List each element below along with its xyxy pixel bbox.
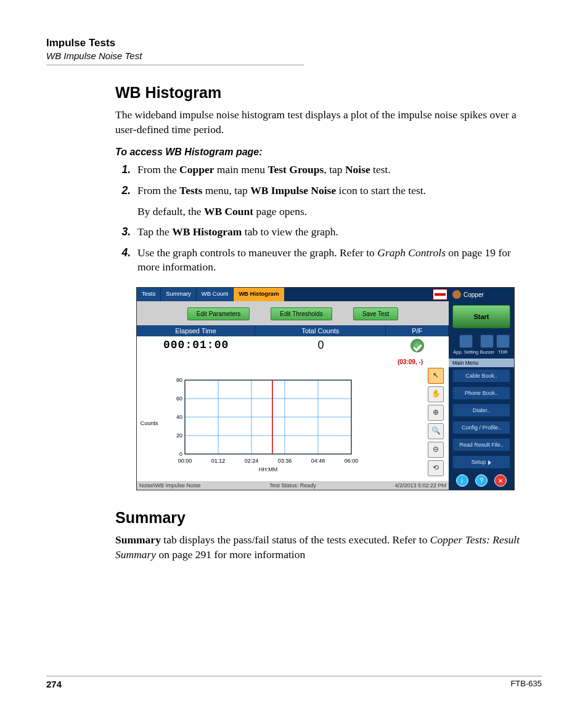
svg-text:00:00: 00:00: [178, 458, 192, 464]
tab-summary[interactable]: Summary: [161, 288, 197, 301]
svg-text:20: 20: [176, 432, 182, 439]
elapsed-time-value: 000:01:00: [137, 336, 255, 358]
intro-paragraph: The wideband impulse noise histogram tes…: [115, 108, 536, 137]
chevron-right-icon: [488, 460, 491, 465]
status-state: Test Status: Ready: [242, 482, 344, 489]
svg-text:02:24: 02:24: [245, 458, 259, 464]
page-number: 274: [46, 679, 62, 689]
step-1: From the Copper main menu Test Groups, t…: [134, 163, 536, 177]
page-header-subtitle: WB Impulse Noise Test: [46, 51, 542, 61]
svg-text:06:00: 06:00: [345, 458, 359, 464]
close-icon[interactable]: ✕: [494, 474, 507, 487]
histogram-chart[interactable]: 0 20 40 60 80 00:00 01:12 02:24: [160, 368, 424, 479]
tab-strip: Tests Summary WB Count WB Histogram: [137, 288, 449, 301]
save-test-button[interactable]: Save Test: [353, 307, 399, 320]
zoom-reset-icon[interactable]: ⟲: [428, 460, 444, 476]
section-heading-wb-histogram: WB Histogram: [115, 84, 536, 102]
start-button[interactable]: Start: [452, 305, 510, 328]
arrow-cursor-icon[interactable]: ↖: [428, 368, 444, 384]
chart-ylabel: Counts: [138, 368, 160, 479]
access-title: To access WB Histogram page:: [115, 147, 536, 158]
col-pf: P/F: [386, 325, 449, 336]
header-rule: [46, 65, 304, 65]
svg-text:01:12: 01:12: [211, 458, 226, 464]
svg-text:80: 80: [176, 377, 182, 383]
flag-icon[interactable]: [433, 289, 447, 300]
copper-icon: [452, 290, 461, 299]
step-3: Tap the WB Histogram tab to view the gra…: [134, 225, 536, 240]
zoom-area-icon[interactable]: 🔍: [428, 423, 444, 439]
section-heading-summary: Summary: [115, 509, 536, 527]
app-setting-icon[interactable]: [459, 335, 473, 348]
total-counts-value: 0: [255, 336, 386, 358]
model-number: FTB-635: [510, 679, 542, 689]
summary-paragraph: Summary tab displays the pass/fail statu…: [115, 533, 536, 562]
pf-status: [386, 336, 449, 358]
col-total-counts: Total Counts: [255, 325, 386, 336]
tab-wb-count[interactable]: WB Count: [197, 288, 234, 301]
cursor-readout: (03:09, -): [137, 358, 449, 367]
svg-text:03:36: 03:36: [278, 458, 292, 464]
status-path: Noise\WB Impulse Noise: [139, 482, 242, 489]
main-menu-label: Main Menu: [449, 359, 514, 367]
pass-icon: [410, 339, 424, 352]
zoom-in-icon[interactable]: ⊕: [428, 405, 444, 421]
step-4: Use the graph controls to maneuver the g…: [134, 246, 536, 275]
menu-cable-book[interactable]: Cable Book..: [452, 369, 510, 383]
tab-wb-histogram[interactable]: WB Histogram: [234, 288, 284, 301]
col-elapsed-time: Elapsed Time: [137, 325, 255, 336]
tdr-icon[interactable]: [496, 335, 510, 348]
menu-config-profile[interactable]: Config / Profile..: [452, 421, 510, 434]
svg-text:60: 60: [176, 396, 182, 402]
svg-text:04:48: 04:48: [311, 458, 325, 464]
hand-pan-icon[interactable]: ✋: [428, 386, 444, 402]
svg-text:0: 0: [179, 451, 182, 457]
menu-dialer[interactable]: Dialer..: [452, 404, 510, 417]
side-title: Copper: [449, 288, 514, 301]
tab-tests[interactable]: Tests: [137, 288, 161, 301]
zoom-out-icon[interactable]: ⊖: [428, 442, 444, 458]
menu-setup[interactable]: Setup: [452, 455, 510, 469]
menu-read-result-file[interactable]: Read Result File..: [452, 438, 510, 452]
page-header-title: Impulse Tests: [46, 37, 542, 49]
edit-thresholds-button[interactable]: Edit Thresholds: [271, 307, 332, 320]
help-icon[interactable]: ?: [475, 474, 488, 487]
device-screenshot: Tests Summary WB Count WB Histogram Edit…: [136, 287, 515, 490]
info-icon[interactable]: i: [456, 474, 468, 487]
footer-rule: [46, 676, 542, 676]
svg-text:HH:MM: HH:MM: [259, 466, 278, 473]
status-datetime: 4/2/2013 5:02:22 PM: [344, 482, 446, 489]
menu-phone-book[interactable]: Phone Book..: [452, 386, 510, 400]
step-2: From the Tests menu, tap WB Impulse Nois…: [134, 184, 536, 219]
edit-parameters-button[interactable]: Edit Parameters: [187, 307, 250, 320]
svg-text:40: 40: [176, 414, 182, 420]
buzzer-icon[interactable]: [480, 335, 494, 348]
